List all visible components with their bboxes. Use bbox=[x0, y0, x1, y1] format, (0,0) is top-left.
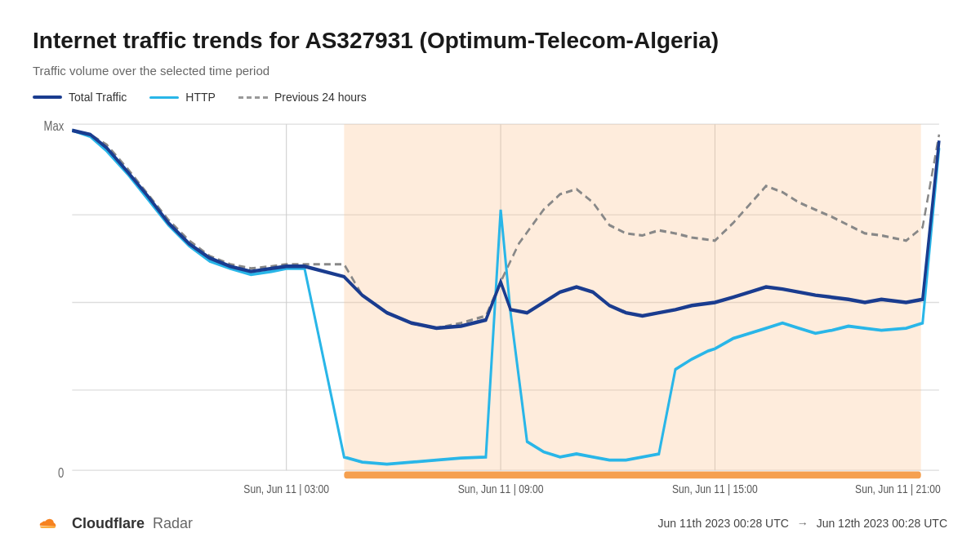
legend-http: HTTP bbox=[149, 91, 216, 104]
date-start: Jun 11th 2023 00:28 UTC bbox=[658, 517, 789, 530]
page-footer: Cloudflare Radar Jun 11th 2023 00:28 UTC… bbox=[33, 504, 947, 535]
chart-container: Max 0 Sun, Jun 11 | 03:00 Sun, Jun 11 | … bbox=[41, 112, 947, 504]
legend-previous: Previous 24 hours bbox=[238, 91, 367, 104]
y-axis-max: Max bbox=[43, 119, 64, 134]
cloudflare-logo-icon bbox=[33, 512, 64, 535]
highlight-bar bbox=[344, 472, 920, 479]
x-label-1: Sun, Jun 11 | 03:00 bbox=[243, 482, 329, 496]
date-end: Jun 12th 2023 00:28 UTC bbox=[817, 517, 947, 530]
arrow-icon: → bbox=[797, 517, 808, 530]
page-title: Internet traffic trends for AS327931 (Op… bbox=[33, 26, 947, 56]
x-label-4: Sun, Jun 11 | 21:00 bbox=[855, 482, 941, 496]
date-range: Jun 11th 2023 00:28 UTC → Jun 12th 2023 … bbox=[658, 517, 947, 530]
cloudflare-brand: Cloudflare Radar bbox=[33, 512, 193, 535]
legend-total-traffic: Total Traffic bbox=[33, 91, 127, 104]
legend-http-line bbox=[149, 96, 179, 99]
y-axis-zero: 0 bbox=[58, 466, 64, 481]
legend-total-line bbox=[33, 96, 62, 99]
legend-prev-label: Previous 24 hours bbox=[274, 91, 367, 104]
chart-legend: Total Traffic HTTP Previous 24 hours bbox=[33, 91, 947, 104]
x-label-3: Sun, Jun 11 | 15:00 bbox=[672, 482, 758, 496]
chart-subtitle: Traffic volume over the selected time pe… bbox=[33, 64, 947, 78]
legend-http-label: HTTP bbox=[185, 91, 216, 104]
legend-total-label: Total Traffic bbox=[69, 91, 127, 104]
x-label-2: Sun, Jun 11 | 09:00 bbox=[458, 482, 544, 496]
cloudflare-text: Cloudflare bbox=[72, 515, 145, 532]
legend-prev-line bbox=[238, 96, 268, 99]
chart-svg: Max 0 Sun, Jun 11 | 03:00 Sun, Jun 11 | … bbox=[41, 112, 947, 504]
radar-text: Radar bbox=[153, 515, 193, 532]
